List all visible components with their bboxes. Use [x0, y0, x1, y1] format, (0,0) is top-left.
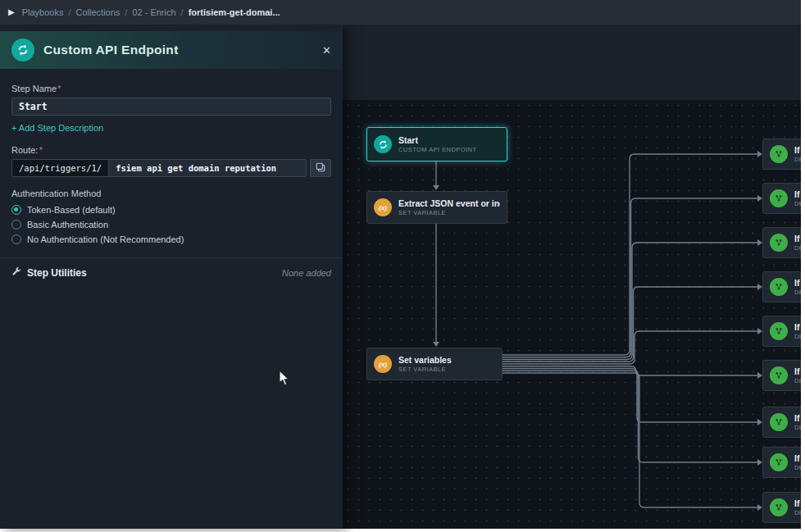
step-name-input[interactable] [11, 98, 331, 116]
playbook-node-if-8[interactable]: IfDE [762, 447, 801, 478]
breadcrumb-current: fortisiem-get-domai... [189, 7, 280, 17]
playbook-node-if-3[interactable]: IfDE [762, 227, 801, 258]
node-subtitle: DE [794, 156, 801, 164]
playbook-node-if-2[interactable]: IfDE [762, 183, 801, 214]
copy-route-button[interactable] [310, 159, 331, 177]
required-marker: * [57, 84, 61, 93]
playbook-node-if-6[interactable]: IfDE [762, 360, 801, 391]
playbook-node-if-1[interactable]: IfDE [762, 139, 801, 170]
variable-icon: (x) [374, 198, 392, 216]
decision-icon [770, 498, 788, 516]
playbook-canvas[interactable]: StartCUSTOM API ENDPOINT(x)Extract JSON … [343, 25, 801, 529]
decision-icon [770, 278, 788, 296]
required-marker: * [39, 145, 42, 155]
step-utilities-section[interactable]: Step Utilities None added [0, 257, 343, 287]
wrench-icon [11, 266, 21, 279]
node-title: If [794, 234, 801, 244]
node-subtitle: DE [794, 333, 801, 341]
breadcrumb-separator: / [125, 7, 127, 17]
playbook-node-if-9[interactable]: IfDE [762, 492, 801, 523]
decision-icon [770, 366, 788, 384]
app-window: ▶ Playbooks / Collections / 02 - Enrich … [0, 0, 805, 532]
radio-button[interactable] [11, 220, 21, 230]
node-title: If [794, 278, 801, 289]
node-title: Extract JSON event or inc... [398, 198, 500, 209]
route-row: /api/triggers/1/ [11, 159, 331, 177]
step-utilities-value: None added [282, 268, 331, 278]
route-prefix: /api/triggers/1/ [12, 160, 109, 176]
panel-title: Custom API Endpoint [43, 43, 179, 57]
auth-option-label: Token-Based (default) [27, 205, 116, 215]
node-subtitle: DE [794, 289, 801, 297]
auth-option-none[interactable]: No Authentication (Not Recommended) [11, 234, 331, 244]
step-name-label-text: Step Name [11, 84, 57, 93]
node-subtitle: DE [794, 377, 801, 385]
panel-header: Custom API Endpoint ✕ [0, 31, 343, 69]
auth-option-basic[interactable]: Basic Authentication [11, 220, 331, 230]
api-endpoint-icon [11, 39, 34, 61]
decision-icon [770, 145, 788, 163]
node-subtitle: DE [794, 244, 801, 252]
step-utilities-header: Step Utilities [11, 266, 87, 279]
breadcrumb-bar: ▶ Playbooks / Collections / 02 - Enrich … [0, 0, 801, 25]
breadcrumb-link-02-enrich[interactable]: 02 - Enrich [132, 7, 175, 17]
variable-icon: (x) [374, 355, 392, 373]
add-step-description-link[interactable]: + Add Step Description [11, 123, 103, 133]
node-subtitle: DE [794, 424, 801, 432]
node-subtitle: DE [794, 200, 801, 208]
panel-body: Step Name* + Add Step Description Route:… [0, 69, 343, 287]
playbook-play-icon: ▶ [8, 8, 15, 16]
breadcrumb-separator: / [181, 7, 184, 17]
auth-option-token-based[interactable]: Token-Based (default) [11, 205, 331, 215]
breadcrumb: Playbooks / Collections / 02 - Enrich / … [22, 7, 280, 17]
node-title: If [794, 145, 801, 156]
route-label: Route:* [11, 145, 331, 155]
decision-icon [770, 413, 788, 431]
decision-icon [770, 234, 788, 252]
decision-icon [770, 189, 788, 207]
node-subtitle: CUSTOM API ENDPOINT [398, 146, 477, 154]
playbook-node-set-variables[interactable]: (x)Set variablesSET VARIABLE [366, 348, 503, 380]
playbook-node-if-4[interactable]: IfDE [762, 271, 801, 302]
node-subtitle: SET VARIABLE [398, 209, 500, 217]
node-subtitle: DE [794, 509, 801, 517]
node-title: If [794, 453, 801, 464]
playbook-node-start[interactable]: StartCUSTOM API ENDPOINT [366, 127, 507, 161]
api-icon [374, 135, 392, 153]
node-title: Set variables [398, 355, 452, 366]
route-label-text: Route: [11, 145, 38, 155]
node-title: Start [398, 135, 477, 146]
radio-button[interactable] [11, 234, 21, 244]
route-group: /api/triggers/1/ [11, 159, 307, 177]
node-title: If [794, 498, 801, 509]
connector-edges [343, 25, 801, 529]
node-title: If [794, 413, 801, 424]
decision-icon [770, 453, 788, 471]
close-icon[interactable]: ✕ [322, 44, 331, 57]
route-input[interactable] [109, 160, 306, 176]
step-name-label: Step Name* [11, 84, 331, 93]
breadcrumb-link-collections[interactable]: Collections [76, 7, 121, 17]
node-subtitle: DE [794, 464, 801, 472]
playbook-node-if-7[interactable]: IfDE [762, 407, 801, 438]
step-config-panel: Custom API Endpoint ✕ Step Name* + Add S… [0, 25, 343, 529]
node-title: If [794, 366, 801, 377]
auth-method-label: Authentication Method [11, 189, 331, 198]
breadcrumb-link-playbooks[interactable]: Playbooks [22, 7, 64, 17]
decision-icon [770, 322, 788, 340]
radio-button[interactable] [11, 205, 21, 215]
breadcrumb-separator: / [68, 7, 70, 17]
playbook-node-extract-json[interactable]: (x)Extract JSON event or inc...SET VARIA… [366, 191, 507, 224]
copy-icon [316, 162, 325, 175]
node-title: If [794, 322, 801, 333]
node-title: If [794, 189, 801, 200]
node-subtitle: SET VARIABLE [398, 366, 452, 374]
auth-option-label: Basic Authentication [27, 220, 108, 230]
auth-option-label: No Authentication (Not Recommended) [27, 234, 184, 244]
playbook-node-if-5[interactable]: IfDE [762, 316, 801, 347]
step-utilities-label: Step Utilities [27, 267, 87, 279]
